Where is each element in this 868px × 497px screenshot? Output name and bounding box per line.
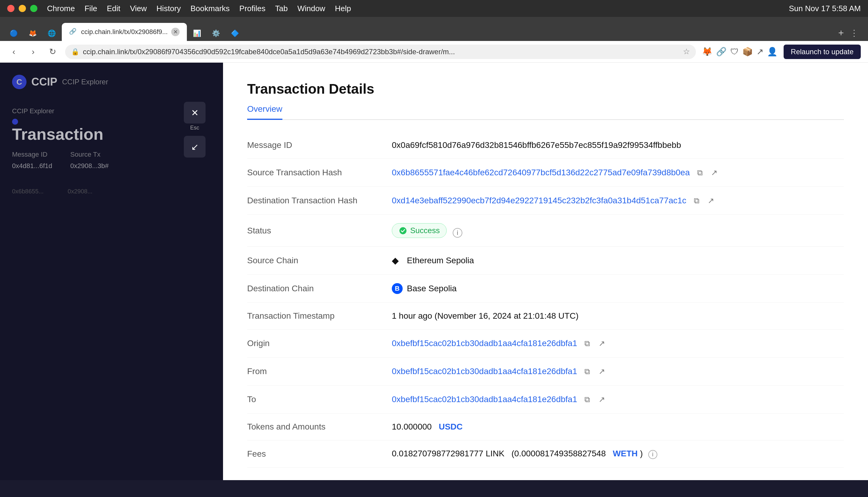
source-tx-hash-copy-icon[interactable]: ⧉ <box>695 167 705 178</box>
tab-search-button[interactable]: ⋮ <box>850 28 858 38</box>
dest-tx-hash-copy-icon[interactable]: ⧉ <box>691 195 702 206</box>
drawer-resize-button[interactable]: ↙ <box>184 136 206 158</box>
ext-box-icon[interactable]: 📦 <box>742 47 753 57</box>
back-button[interactable]: ‹ <box>7 45 20 58</box>
main-content-area: C CCIP CCIP Explorer CCIP Explorer Trans… <box>0 63 868 480</box>
sidebar-section-label: CCIP Explorer <box>12 107 211 115</box>
maximize-window-button[interactable] <box>30 5 37 12</box>
row-source-tx-hash: Source Transaction Hash 0x6b8655571fae4c… <box>247 159 844 187</box>
window-controls[interactable] <box>7 5 37 12</box>
profile-icon[interactable]: 👤 <box>767 47 778 57</box>
sidebar-source-tx-value: 0x2908...3b# <box>70 162 109 170</box>
sidebar-columns: Message ID 0x4d81...6f1d Source Tx 0x290… <box>12 151 211 170</box>
dest-tx-hash-external-icon[interactable]: ↗ <box>705 195 716 206</box>
row-dest-chain: Destination Chain B Base Sepolia <box>247 275 844 303</box>
source-chain-icon-wrap: ◆ Ethereum Sepolia <box>392 255 474 266</box>
url-text: ccip.chain.link/tx/0x29086f9704356cd90d5… <box>83 47 677 56</box>
from-link[interactable]: 0xbefbf15cac02b1cb30dadb1aa4cfa181e26dbf… <box>392 367 577 376</box>
fees-weth-amount: (0.000081749358827548 <box>512 449 606 458</box>
value-timestamp: 1 hour ago (November 16, 2024 at 21:01:4… <box>392 303 844 329</box>
from-external-icon[interactable]: ↗ <box>597 366 607 377</box>
label-dest-tx-hash: Destination Transaction Hash <box>247 187 392 215</box>
mac-menu-view[interactable]: View <box>130 4 147 13</box>
origin-copy-icon[interactable]: ⧉ <box>582 338 593 349</box>
usdc-token-link[interactable]: USDC <box>439 422 463 431</box>
tab-overview[interactable]: Overview <box>247 99 282 120</box>
sidebar-row-val2: 0x2908... <box>68 188 93 195</box>
to-copy-icon[interactable]: ⧉ <box>582 394 593 405</box>
ext-shield-icon[interactable]: 🛡 <box>730 47 739 57</box>
drawer-controls: ✕ Esc ↙ <box>184 102 206 158</box>
status-text: Success <box>410 226 440 235</box>
ext-link-icon[interactable]: 🔗 <box>716 47 727 57</box>
ext-share-icon[interactable]: ↗ <box>756 47 764 57</box>
svg-point-0 <box>399 227 406 234</box>
dest-chain-icon-wrap: B Base Sepolia <box>392 283 457 294</box>
sidebar-msg-id-value: 0x4d81...6f1d <box>12 162 52 170</box>
ethereum-icon: ◆ <box>392 255 403 266</box>
origin-link[interactable]: 0xbefbf15cac02b1cb30dadb1aa4cfa181e26dbf… <box>392 339 577 348</box>
value-from: 0xbefbf15cac02b1cb30dadb1aa4cfa181e26dbf… <box>392 357 844 386</box>
checkmark-icon <box>399 227 407 235</box>
sidebar-status-dot <box>12 119 18 125</box>
value-source-tx-hash: 0x6b8655571fae4c46bfe62cd72640977bcf5d13… <box>392 159 844 187</box>
mac-menu-profiles[interactable]: Profiles <box>239 4 266 13</box>
value-to: 0xbefbf15cac02b1cb30dadb1aa4cfa181e26dbf… <box>392 386 844 414</box>
tab-close-button[interactable]: ✕ <box>171 28 180 36</box>
source-tx-hash-external-icon[interactable]: ↗ <box>709 167 720 178</box>
mac-menu-history[interactable]: History <box>156 4 181 13</box>
mac-os-bar: Chrome File Edit View History Bookmarks … <box>0 0 868 17</box>
mac-menu-file[interactable]: File <box>84 4 97 13</box>
row-fees: Fees 0.018270798772981777 LINK (0.000081… <box>247 440 844 468</box>
label-status: Status <box>247 215 392 247</box>
fees-info-icon[interactable]: i <box>648 450 657 459</box>
source-tx-hash-link[interactable]: 0x6b8655571fae4c46bfe62cd72640977bcf5d13… <box>392 168 690 177</box>
sidebar: C CCIP CCIP Explorer CCIP Explorer Trans… <box>0 63 223 480</box>
dest-tx-hash-link[interactable]: 0xd14e3ebaff522990ecb7f2d94e2922719145c2… <box>392 196 686 205</box>
drawer-close-button[interactable]: ✕ <box>184 102 206 124</box>
reload-button[interactable]: ↻ <box>46 45 59 58</box>
label-tokens: Tokens and Amounts <box>247 414 392 440</box>
status-badge: Success <box>392 223 447 238</box>
sidebar-table-row: 0x6b8655... 0x2908... <box>12 188 211 195</box>
tab-favicon: 🔗 <box>69 28 78 36</box>
mac-menu-chrome[interactable]: Chrome <box>47 4 75 13</box>
mac-menu-window[interactable]: Window <box>297 4 325 13</box>
value-dest-tx-hash: 0xd14e3ebaff522990ecb7f2d94e2922719145c2… <box>392 187 844 215</box>
weth-token-link[interactable]: WETH <box>613 449 638 458</box>
relaunch-update-button[interactable]: Relaunch to update <box>784 45 861 59</box>
new-tab-button[interactable]: + <box>838 27 844 39</box>
row-timestamp: Transaction Timestamp 1 hour ago (Novemb… <box>247 303 844 329</box>
sidebar-logo: C CCIP CCIP Explorer <box>12 75 211 89</box>
row-source-chain: Source Chain ◆ Ethereum Sepolia <box>247 247 844 275</box>
row-origin: Origin 0xbefbf15cac02b1cb30dadb1aa4cfa18… <box>247 329 844 357</box>
from-copy-icon[interactable]: ⧉ <box>582 366 593 377</box>
mac-menu-tab[interactable]: Tab <box>275 4 288 13</box>
to-external-icon[interactable]: ↗ <box>597 394 607 405</box>
fees-link-amount: 0.018270798772981777 LINK <box>392 449 505 458</box>
active-tab[interactable]: 🔗 ccip.chain.link/tx/0x29086f9... ✕ <box>62 23 187 41</box>
address-input[interactable]: 🔒 ccip.chain.link/tx/0x29086f9704356cd90… <box>65 45 696 59</box>
sidebar-msg-id-header: Message ID <box>12 151 52 158</box>
fees-closing-paren: ) <box>640 449 643 458</box>
mac-menu-help[interactable]: Help <box>335 4 351 13</box>
row-tokens: Tokens and Amounts 10.000000 USDC <box>247 414 844 440</box>
label-dest-chain: Destination Chain <box>247 275 392 303</box>
label-source-tx-hash: Source Transaction Hash <box>247 159 392 187</box>
status-info-icon[interactable]: i <box>453 228 462 238</box>
close-window-button[interactable] <box>7 5 14 12</box>
base-icon: B <box>392 283 403 294</box>
close-icon: ✕ <box>191 108 199 118</box>
origin-external-icon[interactable]: ↗ <box>597 338 607 349</box>
detail-tab-bar: Overview <box>247 99 844 120</box>
ext-fox-icon[interactable]: 🦊 <box>702 47 713 57</box>
to-link[interactable]: 0xbefbf15cac02b1cb30dadb1aa4cfa181e26dbf… <box>392 395 577 404</box>
value-origin: 0xbefbf15cac02b1cb30dadb1aa4cfa181e26dbf… <box>392 329 844 357</box>
forward-button[interactable]: › <box>27 45 40 58</box>
mac-menu-edit[interactable]: Edit <box>107 4 120 13</box>
bookmark-star-icon[interactable]: ☆ <box>683 47 690 56</box>
tab-title: ccip.chain.link/tx/0x29086f9... <box>81 28 168 36</box>
mac-menu-bookmarks[interactable]: Bookmarks <box>191 4 230 13</box>
mac-time: Sun Nov 17 5:58 AM <box>789 4 861 13</box>
minimize-window-button[interactable] <box>19 5 26 12</box>
